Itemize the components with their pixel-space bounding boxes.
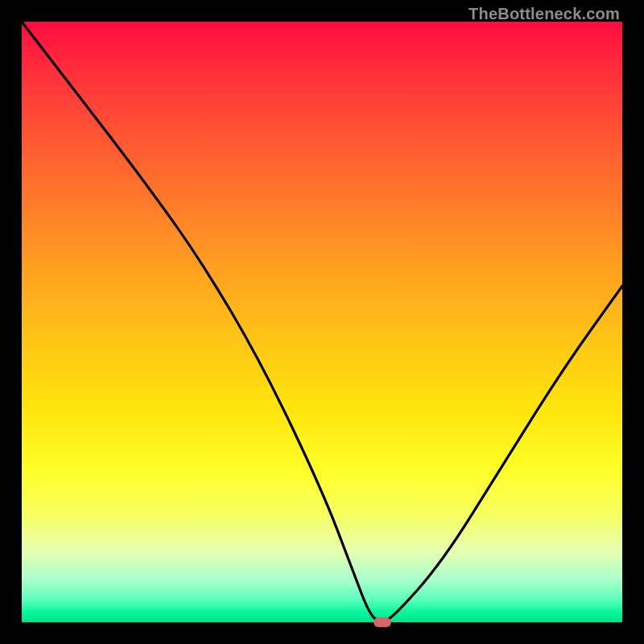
chart-container: TheBottleneck.com: [0, 0, 644, 644]
bottleneck-curve: [22, 22, 622, 622]
watermark-text: TheBottleneck.com: [469, 5, 620, 23]
min-marker: [374, 617, 391, 627]
